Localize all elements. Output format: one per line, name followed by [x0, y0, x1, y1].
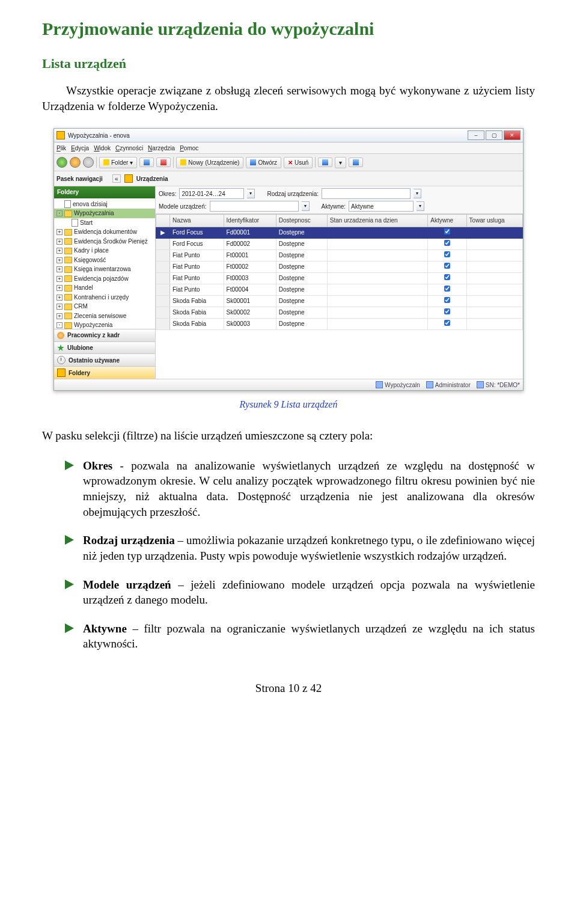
breadcrumb-toggle-icon[interactable]: « — [112, 174, 121, 183]
tree-item[interactable]: -Wypożyczalnia — [54, 209, 155, 218]
toolbar-nav-back-icon[interactable] — [56, 157, 67, 168]
toolbar-print-button[interactable] — [139, 158, 154, 167]
chevron-down-icon[interactable]: ▾ — [302, 201, 310, 211]
open-button[interactable]: Otwórz — [246, 157, 281, 169]
expand-icon[interactable]: + — [56, 239, 63, 245]
expand-icon[interactable]: + — [56, 285, 63, 291]
term: Modele urządzeń — [83, 578, 171, 591]
window-maximize-button[interactable]: ▢ — [486, 130, 502, 140]
panebar-foldery[interactable]: Foldery — [54, 366, 155, 379]
table-row[interactable]: Fiat PuntoFt00001Dostępne — [156, 249, 523, 261]
expand-icon[interactable]: - — [56, 210, 63, 216]
table-row[interactable]: Fiat PuntoFt00003Dostępne — [156, 272, 523, 284]
active-checkbox[interactable] — [444, 320, 450, 326]
tree-item[interactable]: +Kadry i płace — [54, 246, 155, 255]
row-selector[interactable] — [156, 272, 170, 284]
tree-item[interactable]: +Ewidencja pojazdów — [54, 274, 155, 284]
row-selector[interactable] — [156, 307, 170, 318]
table-row[interactable]: Fiat PuntoFt00004Dostępne — [156, 284, 523, 295]
table-row[interactable]: Ford FocusFd00002Dostępne — [156, 238, 523, 249]
active-checkbox[interactable] — [444, 251, 450, 257]
toolbar-extra-2[interactable]: ▾ — [335, 157, 346, 169]
folder-icon — [64, 257, 72, 263]
column-header[interactable]: Identyfikator — [224, 215, 276, 227]
menu-czynności[interactable]: Czynności — [115, 144, 143, 153]
toolbar-extra-3[interactable] — [349, 158, 363, 167]
new-device-button[interactable]: Nowy (Urządzenie) — [176, 157, 243, 169]
chevron-down-icon[interactable]: ▾ — [247, 189, 255, 198]
active-checkbox[interactable] — [444, 274, 450, 280]
tree-item[interactable]: enova dzisiaj — [54, 200, 155, 209]
active-checkbox[interactable] — [444, 240, 450, 246]
active-checkbox[interactable] — [444, 263, 450, 269]
chevron-down-icon[interactable]: ▾ — [417, 201, 424, 211]
expand-icon[interactable]: + — [56, 257, 63, 263]
menu-pomoc[interactable]: Pomoc — [180, 144, 198, 153]
filter-modele-input[interactable] — [210, 201, 299, 212]
expand-icon[interactable]: + — [56, 313, 63, 319]
chevron-down-icon[interactable]: ▾ — [414, 189, 421, 198]
row-selector[interactable] — [156, 249, 170, 261]
window-minimize-button[interactable]: – — [468, 130, 484, 140]
column-header[interactable]: Aktywne — [428, 215, 466, 227]
tree-item[interactable]: +CRM — [54, 302, 155, 311]
tree-item[interactable]: -Wypożyczenia — [54, 320, 155, 329]
toolbar-nav-up-icon[interactable] — [83, 157, 94, 168]
breadcrumb[interactable]: Urządzenia — [136, 175, 168, 183]
tree-item[interactable]: +Księgowość — [54, 255, 155, 265]
tree-item-label: Wypożyczalnia — [74, 209, 114, 218]
page-heading: Przyjmowanie urządzenia do wypożyczalni — [42, 17, 535, 41]
row-selector[interactable] — [156, 318, 170, 329]
toolbar-delete-button[interactable] — [156, 158, 171, 167]
row-selector[interactable]: ▶ — [156, 227, 170, 238]
tree-item[interactable]: +Handel — [54, 283, 155, 293]
tree-item[interactable]: +Ewidencja dokumentów — [54, 227, 155, 237]
expand-icon[interactable]: + — [56, 304, 63, 310]
column-header[interactable]: Nazwa — [170, 215, 224, 227]
active-checkbox[interactable] — [444, 286, 450, 292]
panebar-pracownicy[interactable]: Pracownicy z kadr — [54, 329, 155, 341]
expand-icon[interactable]: - — [56, 322, 63, 328]
tree-item[interactable]: +Ewidencja Środków Pienięż — [54, 237, 155, 246]
table-row[interactable]: ▶Ford FocusFd00001Dostępne — [156, 227, 523, 238]
status-module: Wypożyczaln — [376, 381, 420, 390]
panebar-ulubione[interactable]: Ulubione — [54, 341, 155, 354]
row-selector[interactable] — [156, 261, 170, 272]
window-close-button[interactable]: ✕ — [504, 130, 521, 140]
menu-widok[interactable]: Widok — [94, 144, 111, 153]
tree-item[interactable]: +Kontrahenci i urzędy — [54, 293, 155, 302]
expand-icon[interactable]: + — [56, 276, 63, 282]
expand-icon[interactable]: + — [56, 248, 63, 254]
menu-narzędzia[interactable]: Narzędzia — [148, 144, 175, 153]
expand-icon[interactable]: + — [56, 229, 63, 235]
active-checkbox[interactable] — [444, 228, 450, 234]
filter-aktywne-input[interactable]: Aktywne — [349, 201, 414, 212]
folder-dropdown-button[interactable]: Folder▾ — [99, 157, 137, 169]
toolbar-nav-fwd-icon[interactable] — [70, 157, 81, 168]
table-row[interactable]: Skoda FabiaSk00003Dostępne — [156, 318, 523, 329]
table-row[interactable]: Fiat PuntoFt00002Dostępne — [156, 261, 523, 272]
row-selector[interactable] — [156, 238, 170, 249]
filter-rodzaj-input[interactable] — [322, 188, 411, 199]
column-header[interactable]: Towar usluga — [466, 215, 522, 227]
table-row[interactable]: Skoda FabiaSk00001Dostępne — [156, 295, 523, 307]
menu-edycja[interactable]: Edycja — [71, 144, 89, 153]
menu-plik[interactable]: Plik — [56, 144, 66, 153]
tree-item[interactable]: +Zlecenia serwisowe — [54, 311, 155, 321]
tree-item[interactable]: +Księga inwentarzowa — [54, 265, 155, 274]
active-checkbox[interactable] — [444, 297, 450, 303]
row-selector[interactable] — [156, 284, 170, 295]
column-header[interactable]: Stan urzadzenia na dzien — [327, 215, 428, 227]
toolbar-extra-1[interactable] — [318, 158, 332, 167]
column-header[interactable]: Dostepnosc — [276, 215, 327, 227]
active-checkbox[interactable] — [444, 308, 450, 314]
remove-button[interactable]: ✕Usuń — [284, 157, 313, 169]
table-row[interactable]: Skoda FabiaSk00002Dostępne — [156, 307, 523, 318]
tree-item[interactable]: Start — [54, 218, 155, 228]
filter-okres-input[interactable]: 2012-01-24…24 — [179, 188, 244, 199]
folder-icon — [64, 229, 72, 236]
row-selector[interactable] — [156, 295, 170, 307]
expand-icon[interactable]: + — [56, 295, 63, 301]
expand-icon[interactable]: + — [56, 266, 63, 272]
panebar-ostatnio[interactable]: Ostatnio używane — [54, 353, 155, 366]
